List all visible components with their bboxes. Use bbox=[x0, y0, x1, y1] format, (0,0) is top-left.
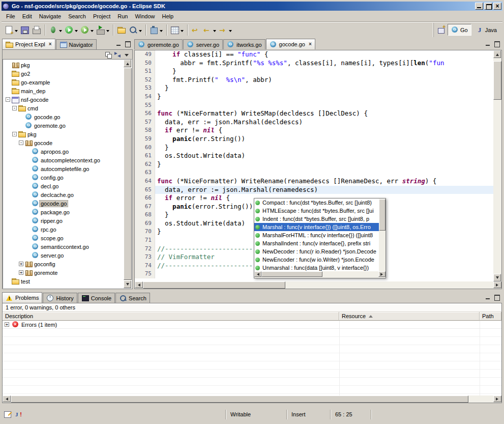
autocomplete-item[interactable]: Marshal : func(v interface{}) ([]uint8, … bbox=[254, 223, 379, 231]
maximize-icon[interactable] bbox=[493, 40, 501, 47]
save-button[interactable] bbox=[19, 24, 31, 36]
code-line-57[interactable]: 57 data, err := json.Marshal(decldescs) bbox=[135, 118, 493, 127]
tree-item-decl-go[interactable]: decl.go bbox=[3, 182, 124, 190]
perspective-go[interactable]: Go bbox=[448, 24, 471, 36]
line-number[interactable]: 63 bbox=[135, 168, 155, 177]
tree-item-autocompletecontext-go[interactable]: autocompletecontext.go bbox=[3, 156, 124, 164]
line-number[interactable]: 64 bbox=[135, 177, 155, 186]
line-number[interactable]: 51 bbox=[135, 67, 155, 76]
last-edit-location-button[interactable] bbox=[190, 24, 201, 36]
column-header-path[interactable]: Path bbox=[480, 312, 501, 321]
line-number[interactable]: 74 bbox=[135, 262, 155, 270]
collapse-icon[interactable]: - bbox=[12, 132, 17, 136]
close-icon[interactable]: × bbox=[49, 42, 52, 47]
menu-file[interactable]: File bbox=[3, 12, 19, 20]
menu-project[interactable]: Project bbox=[90, 12, 114, 20]
line-number[interactable]: 59 bbox=[135, 135, 155, 144]
problems-horizontal-scrollbar[interactable] bbox=[3, 395, 501, 403]
tree-item-goremote[interactable]: +goremote bbox=[3, 268, 124, 277]
code-line-55[interactable]: 55 bbox=[135, 101, 493, 110]
tree-item-nsf-gocode[interactable]: -nsf-gocode bbox=[3, 95, 124, 104]
tab-goremote-go[interactable]: goremote.go bbox=[134, 39, 183, 49]
open-file-button[interactable] bbox=[116, 24, 127, 36]
autocomplete-item[interactable]: NewEncoder : func(w io.Writer) *json.Enc… bbox=[254, 256, 379, 264]
tab-search[interactable]: Search bbox=[115, 293, 150, 303]
scroll-down-icon[interactable] bbox=[493, 274, 501, 281]
line-number[interactable]: 52 bbox=[135, 76, 155, 84]
tree-item-test[interactable]: test bbox=[3, 277, 124, 286]
collapse-icon[interactable]: - bbox=[19, 140, 23, 145]
dropdown-arrow-icon[interactable] bbox=[59, 30, 62, 34]
code-line-61[interactable]: 61 os.Stdout.Write(data) bbox=[135, 152, 493, 160]
line-number[interactable]: 55 bbox=[135, 101, 155, 110]
dropdown-arrow-icon[interactable] bbox=[160, 30, 163, 34]
maximize-icon[interactable] bbox=[124, 40, 132, 47]
external-tools-button[interactable] bbox=[95, 24, 110, 36]
expand-icon[interactable]: + bbox=[19, 262, 23, 266]
autocomplete-item[interactable]: NewDecoder : func(r io.Reader) *json.Dec… bbox=[254, 247, 379, 256]
editor-horizontal-scrollbar[interactable] bbox=[135, 281, 501, 289]
tree-item-goconfig[interactable]: +goconfig bbox=[3, 260, 124, 268]
run-button[interactable] bbox=[64, 24, 79, 36]
line-number[interactable]: 57 bbox=[135, 118, 155, 127]
line-number[interactable]: 73 bbox=[135, 253, 155, 262]
run-last-button[interactable] bbox=[79, 24, 95, 36]
scroll-right-icon[interactable] bbox=[493, 395, 501, 402]
expand-icon[interactable]: + bbox=[5, 322, 9, 327]
open-type-button[interactable] bbox=[169, 24, 185, 36]
autocomplete-item[interactable]: Compact : func(dst *bytes.Buffer, src []… bbox=[254, 199, 379, 207]
menu-navigate[interactable]: Navigate bbox=[36, 12, 65, 20]
expand-icon[interactable]: + bbox=[19, 270, 23, 275]
line-number[interactable]: 50 bbox=[135, 59, 155, 68]
dropdown-arrow-icon[interactable] bbox=[75, 30, 78, 34]
print-button[interactable] bbox=[31, 24, 42, 36]
line-number[interactable]: 54 bbox=[135, 93, 155, 101]
tree-item-main-dep[interactable]: main_dep bbox=[3, 87, 124, 95]
explorer-scrollbar[interactable] bbox=[124, 60, 132, 288]
tree-item-scope-go[interactable]: scope.go bbox=[3, 234, 124, 242]
column-header-description[interactable]: Description bbox=[3, 312, 339, 321]
tree-item-package-go[interactable]: package.go bbox=[3, 208, 124, 216]
tree-item-autocompletefile-go[interactable]: autocompletefile.go bbox=[3, 164, 124, 173]
dropdown-arrow-icon[interactable] bbox=[91, 30, 94, 34]
minimize-icon[interactable] bbox=[115, 40, 123, 47]
menu-help[interactable]: Help bbox=[159, 12, 177, 20]
tree-item-ripper-go[interactable]: ripper.go bbox=[3, 216, 124, 225]
debug-button[interactable] bbox=[48, 24, 63, 36]
line-number[interactable]: 53 bbox=[135, 84, 155, 93]
close-button[interactable] bbox=[493, 3, 501, 10]
line-number[interactable]: 60 bbox=[135, 144, 155, 152]
dropdown-arrow-icon[interactable] bbox=[213, 30, 216, 34]
scrollbar-thumb[interactable] bbox=[379, 199, 386, 231]
line-number[interactable]: 69 bbox=[135, 219, 155, 228]
code-line-53[interactable]: 53 } bbox=[135, 84, 493, 93]
code-line-49[interactable]: 49 if classes[i] == "func" { bbox=[135, 50, 493, 59]
scrollbar-thumb[interactable] bbox=[143, 281, 285, 289]
scroll-up-icon[interactable] bbox=[493, 50, 501, 58]
dropdown-arrow-icon[interactable] bbox=[106, 30, 109, 34]
collapse-all-icon[interactable] bbox=[104, 51, 112, 59]
line-number[interactable]: 72 bbox=[135, 245, 155, 253]
code-line-54[interactable]: 54} bbox=[135, 93, 493, 101]
tree-item-config-go[interactable]: config.go bbox=[3, 173, 124, 182]
tree-item-cmd[interactable]: -cmd bbox=[3, 104, 124, 112]
scrollbar-thumb[interactable] bbox=[493, 61, 501, 100]
minimize-icon[interactable] bbox=[484, 40, 492, 47]
perspective-java[interactable]: Java bbox=[472, 24, 500, 36]
code-line-63[interactable]: 63 bbox=[135, 168, 493, 177]
search-button[interactable] bbox=[128, 24, 143, 36]
code-line-51[interactable]: 51 } bbox=[135, 67, 493, 76]
new-plugin-button[interactable] bbox=[149, 24, 164, 36]
popup-horizontal-scrollbar[interactable] bbox=[254, 271, 386, 278]
tab-history[interactable]: History bbox=[43, 293, 77, 303]
code-line-60[interactable]: 60 } bbox=[135, 144, 493, 152]
scroll-right-icon[interactable] bbox=[493, 281, 501, 288]
tree-item-gocode-go[interactable]: gocode.go bbox=[3, 199, 124, 208]
code-line-56[interactable]: 56func (*NiceFormatter) WriteSMap(declde… bbox=[135, 109, 493, 118]
code-line-62[interactable]: 62} bbox=[135, 160, 493, 169]
tree-item-gocode[interactable]: -gocode bbox=[3, 138, 124, 147]
code-line-50[interactable]: 50 abbr = fmt.Sprintf("%s %s%s", classes… bbox=[135, 59, 493, 68]
line-number[interactable]: 61 bbox=[135, 152, 155, 160]
problems-row[interactable]: +Errors (1 item) bbox=[3, 321, 501, 329]
maximize-button[interactable] bbox=[484, 3, 492, 10]
